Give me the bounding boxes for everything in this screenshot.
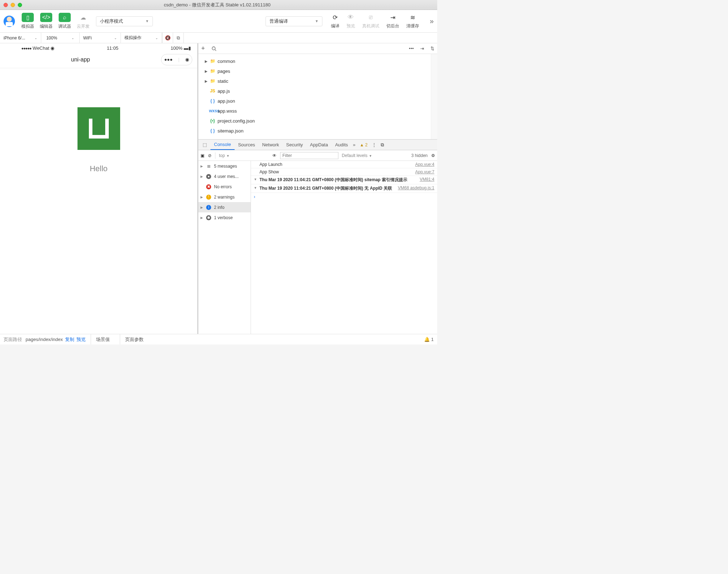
app-logo: [77, 107, 120, 150]
more-horizontal-icon[interactable]: ●●●: [164, 57, 173, 62]
device-select[interactable]: iPhone 6/...⌄: [0, 33, 41, 43]
more-icon[interactable]: »: [430, 17, 434, 25]
warning-badge[interactable]: ▲ 2: [360, 142, 368, 147]
eye-icon[interactable]: 👁: [272, 153, 277, 158]
preview-link[interactable]: 预览: [76, 336, 86, 343]
tab-security[interactable]: Security: [283, 140, 306, 150]
close-icon[interactable]: [4, 3, 8, 7]
phone-icon: ▯: [22, 13, 34, 22]
file-project.config.json[interactable]: {•}project.config.json: [198, 116, 431, 126]
console-filter-bar: ▣ ⊘ top▼ 👁 Default levels▼ 3 hidden ⚙: [198, 150, 437, 161]
phone-debug-icon: ⎚: [369, 13, 373, 22]
dock-icon[interactable]: ⧉: [173, 33, 183, 43]
eye-icon: 👁: [348, 13, 354, 22]
search-icon[interactable]: [212, 46, 216, 51]
tab-network[interactable]: Network: [258, 140, 283, 150]
target-icon[interactable]: ◉: [185, 57, 189, 62]
add-icon[interactable]: +: [201, 45, 205, 52]
copy-link[interactable]: 复制: [65, 336, 74, 343]
tab-appdata[interactable]: AppData: [306, 140, 332, 150]
file-toolbar: + ••• ⇥ ⇅: [198, 43, 437, 54]
preview-button[interactable]: 👁 预览: [347, 13, 355, 29]
wifi-icon: ◉: [50, 45, 54, 51]
file-app.wxss[interactable]: wxssapp.wxss: [198, 106, 431, 116]
devtools-panel: ⬚ ConsoleSourcesNetworkSecurityAppDataAu…: [198, 139, 437, 334]
window-title: csdn_demo - 微信开发者工具 Stable v1.02.1911180: [22, 2, 412, 8]
titlebar: csdn_demo - 微信开发者工具 Stable v1.02.1911180: [0, 0, 437, 10]
remote-debug-button[interactable]: ⎚ 真机调试: [362, 13, 379, 29]
main-toolbar: ▯ 模拟器 </> 编辑器 ⌕ 调试器 ☁ 云开发 小程序模式▼ 普通编译▼ ⟳…: [0, 10, 437, 33]
minimize-icon[interactable]: [11, 3, 15, 7]
sidebar-item[interactable]: ✖No errors: [198, 182, 251, 192]
traffic-lights: [4, 3, 22, 7]
minimap[interactable]: [431, 54, 437, 139]
console-prompt[interactable]: ›: [251, 193, 437, 201]
compile-button[interactable]: ⟳ 编译: [331, 13, 339, 29]
zoom-select[interactable]: 100%⌄: [41, 33, 80, 43]
folder-static[interactable]: ▶📁static: [198, 76, 431, 86]
params-label[interactable]: 页面参数: [120, 334, 149, 345]
svg-line-1: [215, 49, 216, 51]
more-horizontal-icon[interactable]: •••: [409, 46, 414, 51]
secondary-toolbar: iPhone 6/...⌄ 100%⌄ WiFi⌄ 模拟操作⌄ 🔇 ⧉: [0, 33, 437, 43]
tab-console[interactable]: Console: [210, 140, 235, 150]
scene-label[interactable]: 场景值: [91, 334, 115, 345]
mode-select[interactable]: 小程序模式▼: [96, 16, 153, 26]
sim-capsule[interactable]: ●●● | ◉: [161, 54, 192, 65]
clear-cache-button[interactable]: ≋ 清缓存: [406, 13, 419, 29]
battery-icon: ▬▮: [184, 45, 191, 51]
log-row[interactable]: App LaunchApp.vue:4: [251, 161, 437, 168]
log-row[interactable]: App ShowApp.vue:7: [251, 168, 437, 176]
refresh-icon: ⟳: [333, 13, 338, 22]
editor-toggle[interactable]: </> 编辑器: [38, 12, 54, 30]
sidebar-toggle-icon[interactable]: ▣: [200, 153, 204, 158]
footer-bar: 页面路径 pages/index/index 复制 预览 场景值 页面参数 🔔 …: [0, 334, 437, 345]
folder-pages[interactable]: ▶📁pages: [198, 66, 431, 76]
hidden-count: 3 hidden: [411, 153, 428, 158]
folder-common[interactable]: ▶📁common: [198, 56, 431, 66]
simulator-pane: ●●●●● WeChat ◉ 11:05 100% ▬▮ uni-app ●●●…: [0, 43, 198, 334]
sim-action-select[interactable]: 模拟操作⌄: [121, 33, 162, 43]
layers-icon: ≋: [410, 13, 415, 22]
sim-status-bar: ●●●●● WeChat ◉ 11:05 100% ▬▮: [0, 43, 197, 51]
compile-mode-select[interactable]: 普通编译▼: [266, 16, 322, 26]
sidebar-item[interactable]: ▶!2 warnings: [198, 192, 251, 202]
notification-count: 1: [431, 337, 434, 342]
mute-icon[interactable]: 🔇: [162, 33, 173, 43]
sidebar-item[interactable]: ▶●4 user mes...: [198, 171, 251, 182]
debugger-toggle[interactable]: ⌕ 调试器: [57, 12, 73, 30]
clear-icon[interactable]: ⊘: [208, 153, 212, 158]
sort-icon[interactable]: ⇅: [430, 46, 434, 51]
menu-vertical-icon[interactable]: ⋮: [372, 142, 376, 147]
tab-audits[interactable]: Audits: [332, 140, 352, 150]
file-app.json[interactable]: { }app.json: [198, 96, 431, 106]
exit-icon: ⇥: [390, 13, 395, 22]
gear-icon[interactable]: ⚙: [431, 153, 435, 158]
levels-select[interactable]: Default levels▼: [342, 153, 372, 158]
log-row[interactable]: ▼Thu Mar 19 2020 11:04:21 GMT+0800 (中国标准…: [251, 184, 437, 193]
background-button[interactable]: ⇥ 切后台: [386, 13, 399, 29]
sidebar-item[interactable]: ▶i2 info: [198, 202, 251, 212]
bell-icon[interactable]: 🔔: [424, 337, 430, 342]
inspect-icon[interactable]: ⬚: [200, 142, 209, 147]
tabs-overflow-icon[interactable]: »: [353, 142, 355, 147]
sidebar-item[interactable]: ▶✱1 verbose: [198, 212, 251, 223]
sim-body: Hello: [0, 68, 197, 334]
context-select[interactable]: top▼: [219, 153, 230, 158]
devtools-tabs: ⬚ ConsoleSourcesNetworkSecurityAppDataAu…: [198, 140, 437, 150]
cloud-dev-toggle[interactable]: ☁ 云开发: [75, 12, 91, 30]
indent-icon[interactable]: ⇥: [420, 46, 424, 51]
tab-sources[interactable]: Sources: [235, 140, 259, 150]
filter-input[interactable]: [280, 152, 338, 159]
file-sitemap.json[interactable]: { }sitemap.json: [198, 126, 431, 136]
hello-text: Hello: [90, 164, 107, 173]
maximize-icon[interactable]: [18, 3, 22, 7]
console-log: App LaunchApp.vue:4App ShowApp.vue:7▼Thu…: [251, 161, 437, 334]
simulator-toggle[interactable]: ▯ 模拟器: [20, 12, 36, 30]
file-app.js[interactable]: JSapp.js: [198, 86, 431, 96]
network-select[interactable]: WiFi⌄: [80, 33, 121, 43]
sidebar-item[interactable]: ▶≣5 messages: [198, 161, 251, 171]
dock-icon[interactable]: ⧉: [381, 142, 384, 148]
user-avatar[interactable]: [4, 16, 15, 27]
log-row[interactable]: ▼Thu Mar 19 2020 11:04:21 GMT+0800 (中国标准…: [251, 176, 437, 184]
